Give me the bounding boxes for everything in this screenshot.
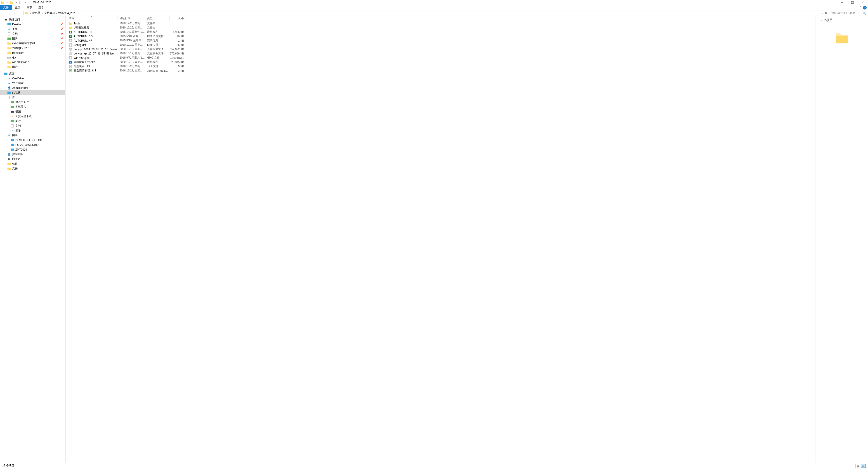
nav-network-pc3[interactable]: ZMT2019 [0, 147, 65, 152]
nav-desktop-zh[interactable]: 桌面 [0, 71, 65, 76]
ribbon-tab-file[interactable]: 文件 [0, 5, 12, 10]
file-row[interactable]: U盘安装教程2020/12/25, 星期五 1...文件夹 [66, 26, 815, 30]
breadcrumb-0[interactable]: 此电脑 [32, 11, 41, 15]
nav-quick-access[interactable]: ★快速访问 [0, 17, 65, 22]
nav-downloads[interactable]: ⬇下载📌 [0, 27, 65, 31]
nav-thispc[interactable]: 此电脑 [0, 90, 65, 95]
preview-item-count: 12 个项目 [819, 18, 865, 22]
view-details-button[interactable] [861, 464, 866, 468]
breadcrumb-2[interactable]: Win7x64_2020 [58, 11, 77, 15]
file-type: GHO 文件 [145, 56, 169, 60]
svg-rect-9 [4, 72, 7, 74]
desktop-icon [7, 23, 11, 26]
nav-admin[interactable]: 👤Administrator [0, 86, 65, 90]
nav-network-pc2[interactable]: PC-20190530OBLA [0, 143, 65, 147]
nav-win7-folder[interactable]: win7重装win7 [0, 60, 65, 65]
nav-desktop[interactable]: Desktop📌 [0, 22, 65, 27]
nav-files-folder[interactable]: 文件 [0, 166, 65, 171]
nav-lib-pictures[interactable]: 图片 [0, 119, 65, 123]
pictures-icon [7, 37, 11, 40]
file-row[interactable]: Win7x64.gho2019/9/7, 星期六 19:...GHO 文件2,9… [66, 56, 815, 60]
column-date[interactable]: 修改日期 [118, 16, 145, 21]
nav-lib-music[interactable]: ♪音乐 [0, 128, 65, 133]
breadcrumb-1[interactable]: 文档 (E:) [43, 11, 55, 15]
column-name[interactable]: ▲名称 [66, 16, 118, 21]
wps-icon: ☁ [7, 82, 11, 85]
nav-control-panel[interactable]: 控制面板 [0, 152, 65, 157]
file-size: 1,926 KB [169, 31, 186, 34]
nav-library[interactable]: 库 [0, 95, 65, 100]
column-type[interactable]: 类型 [145, 16, 169, 21]
nav-bandicam-folder[interactable]: Bandicam [0, 51, 65, 55]
refresh-icon[interactable]: ↻ [825, 11, 827, 15]
nav-pictures[interactable]: 图片📌 [0, 36, 65, 41]
help-icon[interactable]: ? [863, 6, 867, 9]
minimize-button[interactable] [837, 0, 847, 5]
file-row[interactable]: AUTORUN.INF2015/5/10, 星期日 02...安装信息1 KB [66, 38, 815, 43]
nav-saved-pictures[interactable]: 保存的图片 [0, 100, 65, 104]
column-headers: ▲名称 修改日期 类型 大小 [66, 16, 815, 21]
nav-excel-folder[interactable]: excel表格制作求和📌 [0, 41, 65, 46]
nav-onedrive[interactable]: ☁OneDrive [0, 76, 65, 81]
qat-folder2-icon [10, 1, 13, 4]
breadcrumb-sep[interactable]: › [55, 11, 58, 15]
file-type: 安装信息 [145, 39, 169, 42]
svg-rect-23 [8, 153, 10, 156]
file-row[interactable]: 光盘说明.TXT2016/10/23, 星期日 0...TXT 文件5 KB [66, 64, 815, 68]
window-title: Win7x64_2020 [33, 1, 51, 4]
address-dropdown-icon[interactable]: ⌄ [821, 12, 823, 14]
close-button[interactable] [858, 0, 868, 5]
file-row[interactable]: Tools2020/12/25, 星期五 1...文件夹 [66, 21, 815, 26]
nav-recycle-bin[interactable]: 🗑回收站 [0, 157, 65, 161]
nav-up-button[interactable]: ↑ [17, 11, 23, 15]
column-size[interactable]: 大小 [169, 16, 186, 21]
ribbon-tab-view[interactable]: 查看 [35, 5, 47, 10]
svg-rect-35 [69, 57, 72, 59]
file-size: 36 KB [169, 43, 186, 46]
nav-documents[interactable]: 文档📌 [0, 31, 65, 36]
file-row[interactable]: 硬盘安装教程.html2016/11/21, 星期一 2...360 se HT… [66, 68, 815, 73]
nav-wps[interactable]: ☁WPS网盘 [0, 81, 65, 86]
qat-x-icon[interactable]: ✕ [14, 1, 18, 4]
nav-network[interactable]: 🖧网络 [0, 133, 65, 138]
qat-dropdown-icon[interactable]: ▾ [24, 1, 27, 4]
nav-forward-button[interactable]: → [6, 11, 12, 15]
ribbon-expand-icon[interactable]: 〵 [860, 6, 862, 9]
ribbon-tab-share[interactable]: 共享 [24, 5, 35, 10]
file-row[interactable]: AUTORUN.EXE2016/1/8, 星期五 04:...应用程序1,926… [66, 30, 815, 34]
qat-check-icon[interactable]: ✓ [5, 1, 9, 4]
breadcrumb-sep[interactable]: › [29, 11, 32, 15]
drive-icon [7, 56, 11, 59]
nav-video[interactable]: 视频 [0, 109, 65, 114]
file-row[interactable]: Config.dat2020/10/12, 星期一 1...DAT 文件36 K… [66, 43, 815, 47]
file-type: 文件夹 [145, 26, 169, 30]
maximize-button[interactable] [847, 0, 858, 5]
svg-point-42 [70, 70, 71, 71]
address-box[interactable]: › 此电脑 › 文档 (E:) › Win7x64_2020 › ⌄ ↻ [24, 11, 828, 15]
file-row[interactable]: 本地硬盘安装.exe2020/10/12, 星期一 1...应用程序28,315… [66, 60, 815, 64]
nav-history-dropdown[interactable]: ▾ [12, 11, 17, 15]
search-icon[interactable]: 🔍 [863, 11, 866, 15]
breadcrumb-sep[interactable]: › [77, 11, 80, 15]
nav-software-folder[interactable]: 软件 [0, 161, 65, 166]
nav-network-pc1[interactable]: DESKTOP-LSSOEDP [0, 138, 65, 143]
breadcrumb-sep[interactable]: › [41, 11, 43, 15]
file-type: 光盘映像文件 [145, 52, 169, 55]
nav-tianyi[interactable]: ☁天翼云盘下载 [0, 114, 65, 119]
search-input[interactable]: 搜索"Win7x64_2020" 🔍 [829, 11, 867, 15]
ribbon-tab-home[interactable]: 主页 [12, 5, 24, 10]
nav-yunqishi-folder[interactable]: YUNQISHI2019📌 [0, 46, 65, 51]
nav-gdrive[interactable]: G:\ [0, 55, 65, 60]
file-row[interactable]: pe_yqs_1064_20_07_31_16_04.iso2020/10/12… [66, 47, 815, 51]
nav-local-pictures[interactable]: 本机照片 [0, 104, 65, 109]
nav-pictures2-folder[interactable]: 图片 [0, 65, 65, 69]
file-row[interactable]: AUTORUN.ICO2015/5/10, 星期日 02...ICO 图片文件1… [66, 34, 815, 38]
pin-icon: 📌 [60, 33, 63, 35]
ribbon: 文件 主页 共享 查看 〵 ? [0, 5, 868, 10]
nav-back-button[interactable]: ← [1, 11, 6, 15]
nav-lib-documents[interactable]: 文档 [0, 123, 65, 128]
file-name: 硬盘安装教程.html [74, 69, 96, 72]
view-large-icons-button[interactable] [855, 464, 860, 468]
file-row[interactable]: pe_yqs_xp_20_07_31_15_53.iso2020/10/12, … [66, 51, 815, 56]
svg-point-34 [70, 53, 71, 54]
